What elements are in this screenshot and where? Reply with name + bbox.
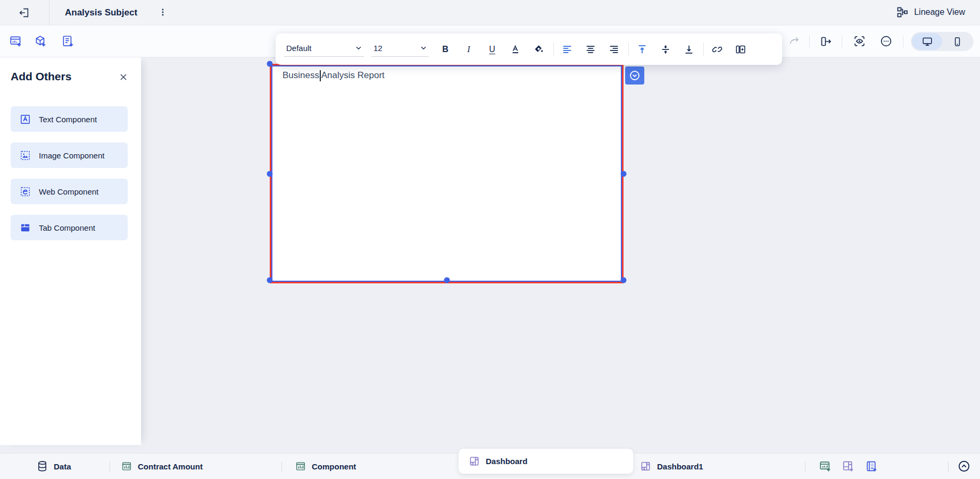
font-size-value: 12 (373, 44, 383, 53)
tab-component-icon (19, 222, 31, 234)
insert-panel-icon (735, 44, 746, 55)
divider (809, 36, 810, 47)
redo-button[interactable] (786, 33, 802, 49)
image-component-icon (19, 149, 31, 162)
add-story-icon (865, 460, 878, 473)
valign-top-button[interactable] (633, 40, 651, 58)
canvas[interactable]: Add Others Text Component (0, 57, 980, 453)
tab-label: Contract Amount (138, 462, 203, 471)
lineage-view-button[interactable]: Lineage View (896, 6, 965, 19)
valign-middle-button[interactable] (657, 40, 675, 58)
sheet-tabs-bar: Data Contract Amount Com (0, 453, 980, 479)
insert-panel-button[interactable] (732, 40, 750, 58)
header: Analysis Subject Lineage View (0, 0, 980, 26)
tab-dashboard-active[interactable]: Dashboard (459, 449, 633, 474)
exit-icon (18, 7, 30, 19)
add-dashboard-button[interactable] (840, 458, 857, 475)
phone-icon (952, 36, 963, 47)
panel-arrow-right-icon (820, 35, 833, 48)
tab-label: Dashboard1 (657, 462, 703, 471)
web-component-icon (19, 186, 31, 198)
resize-handle-mid-right[interactable] (621, 171, 627, 177)
chevron-down-circle-icon (628, 69, 641, 82)
mobile-view-button[interactable] (942, 33, 973, 50)
resize-handle-top-left[interactable] (267, 61, 273, 67)
vertical-align-middle-icon (660, 44, 671, 55)
dashboard-grid-icon (468, 455, 480, 467)
add-model-button[interactable] (32, 33, 48, 49)
dashboard-editor-app: Analysis Subject Lineage View (0, 0, 980, 479)
collapse-bar-button[interactable] (956, 458, 973, 475)
add-chart-component-button[interactable] (8, 33, 24, 49)
tab-label: Component (312, 462, 356, 471)
resize-handle-bottom-center[interactable] (444, 278, 450, 283)
document-plus-icon (61, 35, 75, 48)
vertical-align-bottom-icon (683, 44, 695, 55)
fill-color-button[interactable] (530, 40, 548, 58)
hyperlink-button[interactable] (708, 40, 726, 58)
desktop-view-button[interactable] (912, 33, 942, 50)
align-left-button[interactable] (558, 40, 576, 58)
resize-handle-bottom-right[interactable] (621, 278, 627, 283)
divider (805, 461, 805, 472)
text-component[interactable]: Business Analysis Report (270, 64, 624, 283)
web-component-label: Web Component (39, 187, 98, 196)
tab-data[interactable]: Data (36, 460, 71, 473)
tab-component[interactable]: Component (295, 460, 356, 472)
tab-contract-amount[interactable]: Contract Amount (121, 460, 203, 472)
tab-component-button[interactable]: Tab Component (11, 215, 128, 240)
lineage-icon (896, 6, 909, 19)
text-component-label: Text Component (39, 115, 97, 124)
divider (628, 43, 629, 56)
device-preview-toggle (911, 32, 974, 51)
align-center-button[interactable] (582, 40, 600, 58)
chevron-down-icon (354, 44, 363, 52)
align-right-icon (608, 44, 620, 55)
kebab-icon (157, 7, 168, 18)
preview-button[interactable] (851, 33, 867, 49)
web-component-button[interactable]: Web Component (11, 179, 128, 204)
valign-bottom-button[interactable] (680, 40, 698, 58)
text-format-toolbar: Default 12 B I U (276, 33, 782, 65)
back-button[interactable] (18, 7, 30, 19)
resize-handle-bottom-left[interactable] (267, 278, 273, 283)
more-menu-button[interactable] (157, 7, 168, 18)
bold-button[interactable]: B (436, 40, 454, 58)
font-color-button[interactable] (506, 40, 525, 58)
align-right-button[interactable] (605, 40, 623, 58)
text-component-icon (19, 113, 31, 125)
add-chart-sheet-icon (819, 460, 832, 473)
underline-button[interactable]: U (483, 40, 501, 58)
font-size-select[interactable]: 12 (371, 42, 429, 57)
add-chart-icon (9, 35, 23, 48)
dashboard-grid-icon (640, 460, 652, 473)
component-options-badge[interactable] (625, 66, 644, 85)
redo-icon (788, 35, 801, 48)
font-family-select[interactable]: Default (284, 42, 364, 57)
text-component-content[interactable]: Business Analysis Report (283, 70, 385, 81)
divider (281, 461, 282, 472)
divider (842, 36, 842, 47)
chart-sheet-icon (121, 460, 132, 472)
text-component-button[interactable]: Text Component (11, 106, 128, 132)
font-family-value: Default (286, 44, 312, 53)
collapse-panel-button[interactable] (818, 33, 834, 49)
add-others-panel: Add Others Text Component (0, 57, 141, 445)
add-dashboard-icon (842, 460, 855, 473)
add-story-button[interactable] (863, 458, 880, 475)
resize-handle-mid-left[interactable] (267, 171, 273, 177)
close-panel-button[interactable] (118, 71, 129, 83)
page-title: Analysis Subject (65, 7, 137, 18)
divider (903, 36, 903, 47)
chevron-up-circle-icon (957, 459, 971, 473)
add-report-button[interactable] (60, 33, 76, 49)
italic-button[interactable]: I (460, 40, 478, 58)
add-component-sheet-button[interactable] (817, 458, 834, 475)
monitor-icon (921, 36, 933, 47)
link-icon (711, 44, 723, 55)
align-center-icon (585, 44, 596, 55)
image-component-button[interactable]: Image Component (11, 142, 128, 168)
tab-dashboard1[interactable]: Dashboard1 (640, 460, 703, 473)
more-options-button[interactable] (878, 33, 894, 49)
divider (110, 461, 110, 472)
